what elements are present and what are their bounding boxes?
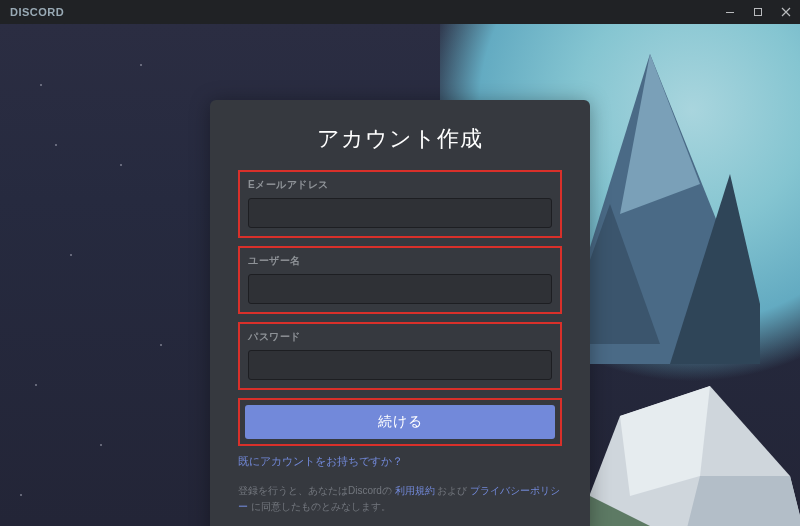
maximize-icon[interactable] bbox=[744, 0, 772, 24]
username-field-group: ユーザー名 bbox=[238, 246, 562, 314]
svg-rect-1 bbox=[755, 9, 762, 16]
legal-mid: および bbox=[435, 485, 471, 496]
legal-text: 登録を行うと、あなたはDiscordの 利用規約 および プライバシーポリシー … bbox=[238, 483, 562, 515]
password-label: パスワード bbox=[248, 330, 552, 344]
brand-text: DISCORD bbox=[10, 6, 64, 18]
card-title: アカウント作成 bbox=[238, 124, 562, 154]
email-field-group: Eメールアドレス bbox=[238, 170, 562, 238]
legal-pre: 登録を行うと、あなたはDiscordの bbox=[238, 485, 395, 496]
password-field-group: パスワード bbox=[238, 322, 562, 390]
tos-link[interactable]: 利用規約 bbox=[395, 485, 435, 496]
star-icon bbox=[120, 164, 122, 166]
username-label: ユーザー名 bbox=[248, 254, 552, 268]
email-input[interactable] bbox=[248, 198, 552, 228]
already-have-account-link[interactable]: 既にアカウントをお持ちですか？ bbox=[238, 454, 403, 469]
star-icon bbox=[160, 344, 162, 346]
minimize-icon[interactable] bbox=[716, 0, 744, 24]
register-card: アカウント作成 Eメールアドレス ユーザー名 パスワード 続ける 既にアカウント… bbox=[210, 100, 590, 526]
password-input[interactable] bbox=[248, 350, 552, 380]
username-input[interactable] bbox=[248, 274, 552, 304]
svg-rect-0 bbox=[726, 12, 734, 13]
app-window: DISCORD bbox=[0, 0, 800, 526]
legal-post: に同意したものとみなします。 bbox=[248, 501, 391, 512]
star-icon bbox=[55, 144, 57, 146]
window-controls bbox=[716, 0, 800, 24]
star-icon bbox=[100, 444, 102, 446]
email-label: Eメールアドレス bbox=[248, 178, 552, 192]
close-icon[interactable] bbox=[772, 0, 800, 24]
titlebar: DISCORD bbox=[0, 0, 800, 24]
rock-art bbox=[560, 296, 800, 526]
content-area: アカウント作成 Eメールアドレス ユーザー名 パスワード 続ける 既にアカウント… bbox=[0, 24, 800, 526]
continue-highlight: 続ける bbox=[238, 398, 562, 446]
star-icon bbox=[35, 384, 37, 386]
star-icon bbox=[70, 254, 72, 256]
star-icon bbox=[20, 494, 22, 496]
star-icon bbox=[40, 84, 42, 86]
continue-button[interactable]: 続ける bbox=[245, 405, 555, 439]
star-icon bbox=[140, 64, 142, 66]
